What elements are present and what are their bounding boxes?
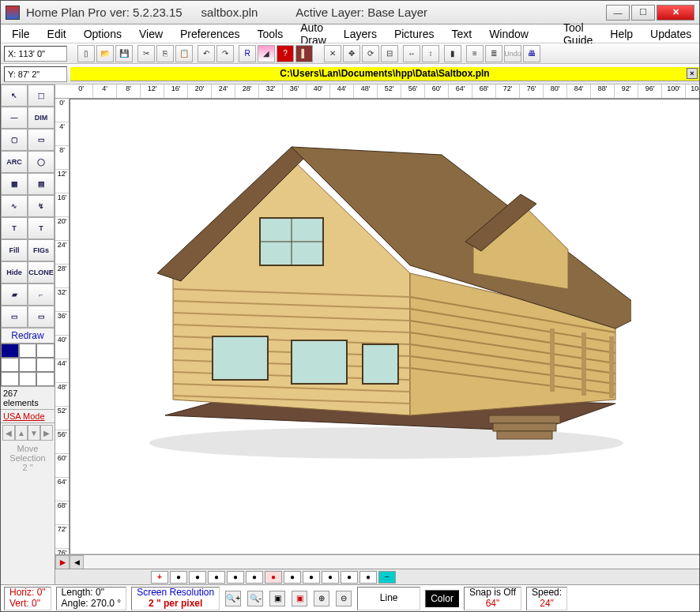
page-dot[interactable]: ● (189, 571, 206, 584)
door-icon[interactable]: ▌ (295, 45, 313, 62)
page-dot-active[interactable]: ● (265, 571, 282, 584)
page-dot[interactable]: ● (208, 571, 225, 584)
fliph-icon[interactable]: ↔ (403, 45, 420, 62)
tool-text[interactable]: T (1, 217, 28, 239)
tool-curve[interactable]: ∿ (1, 195, 28, 217)
alignc-icon[interactable]: ≣ (485, 45, 502, 62)
zoom-fit-icon[interactable]: ▣ (269, 591, 285, 606)
page-dot[interactable]: ● (246, 571, 263, 584)
pathbar-close-icon[interactable]: × (687, 68, 698, 79)
tool-rect2[interactable]: ▭ (1, 306, 28, 328)
tool-fill2[interactable]: ▰ (1, 283, 28, 306)
alignl-icon[interactable]: ≡ (466, 45, 484, 62)
paste-icon[interactable]: 📋 (175, 45, 193, 62)
color-swatch[interactable] (36, 344, 55, 358)
trim-icon[interactable]: ⊟ (381, 45, 398, 62)
layerb-icon[interactable]: ▮ (444, 45, 461, 62)
print-icon[interactable]: 🖶 (523, 45, 540, 62)
zoom-reg2-icon[interactable]: ⊖ (336, 591, 352, 606)
tool-circle[interactable]: ◯ (28, 151, 55, 173)
color-swatch[interactable] (1, 358, 19, 372)
tool-select[interactable]: ↖ (1, 84, 28, 107)
save-icon[interactable]: 💾 (115, 45, 133, 62)
page-dot[interactable]: ● (170, 571, 187, 584)
zoom-in-icon[interactable]: 🔍+ (225, 591, 241, 606)
menu-help[interactable]: Help (602, 25, 641, 43)
tool-hide[interactable]: Hide (1, 261, 28, 283)
close-button[interactable]: ✕ (657, 5, 694, 21)
page-dot[interactable]: ● (359, 571, 377, 584)
undo-icon[interactable]: ↶ (198, 45, 215, 62)
color-swatch[interactable] (19, 344, 37, 358)
color-swatch[interactable] (19, 358, 37, 372)
page-dot[interactable]: ● (227, 571, 244, 584)
tool-rect[interactable]: ▭ (28, 129, 55, 151)
tool-line[interactable]: — (1, 107, 28, 129)
tool-fill[interactable]: Fill (1, 239, 28, 261)
scroll-origin-icon[interactable]: ▶ (55, 555, 70, 569)
menu-window[interactable]: Window (481, 25, 536, 43)
tool-marquee[interactable]: ⬚ (28, 84, 55, 107)
scroll-left-icon[interactable]: ◀ (70, 555, 84, 569)
status-snap[interactable]: Snap is Off64" (464, 587, 521, 610)
color-swatch[interactable] (19, 372, 37, 386)
color-swatch[interactable] (1, 372, 19, 386)
menu-edit[interactable]: Edit (40, 25, 74, 43)
move-icon[interactable]: ✥ (343, 45, 360, 62)
zoom-out-icon[interactable]: 🔍- (247, 591, 263, 606)
page-plus-icon[interactable]: + (151, 571, 168, 584)
menu-preferences[interactable]: Preferences (172, 25, 247, 43)
tool-grid2[interactable]: ▤ (28, 173, 55, 195)
tool-grid1[interactable]: ▦ (1, 173, 28, 195)
open-icon[interactable]: 📂 (96, 45, 114, 62)
new-icon[interactable]: ▯ (77, 45, 95, 62)
nudge-up-icon[interactable]: ▲ (15, 425, 28, 441)
tool-arc[interactable]: ARC (1, 151, 28, 173)
page-minus-icon[interactable]: − (378, 571, 396, 584)
color-swatch[interactable] (36, 372, 55, 386)
nudge-down-icon[interactable]: ▼ (28, 425, 40, 441)
tool-box[interactable]: ▢ (1, 129, 28, 151)
tool-textfast[interactable]: T (28, 217, 55, 239)
redo-icon[interactable]: ↷ (216, 45, 234, 62)
redraw-r-icon[interactable]: R (239, 45, 256, 62)
zoom-reg-icon[interactable]: ⊕ (314, 591, 329, 606)
rotate-icon[interactable]: ⟳ (362, 45, 379, 62)
menu-view[interactable]: View (131, 25, 171, 43)
color-swatch[interactable] (1, 344, 19, 358)
page-dot[interactable]: ● (284, 571, 301, 584)
color-swatch[interactable] (36, 358, 55, 372)
flipv-icon[interactable]: ↕ (422, 45, 439, 62)
cut-icon[interactable]: ✂ (137, 45, 155, 62)
menu-pictures[interactable]: Pictures (386, 25, 442, 43)
copy-icon[interactable]: ⎘ (156, 45, 174, 62)
page-dot[interactable]: ● (322, 571, 339, 584)
tool-rect3[interactable]: ▭ (28, 306, 55, 328)
nudge-left-icon[interactable]: ◀ (2, 425, 15, 441)
undo-text[interactable]: Undo (504, 45, 521, 62)
menu-text[interactable]: Text (443, 25, 480, 43)
delete-icon[interactable]: ✕ (324, 45, 341, 62)
status-speed[interactable]: Speed:24" (526, 587, 567, 610)
nudge-right-icon[interactable]: ▶ (40, 425, 53, 441)
minimize-button[interactable]: — (606, 5, 630, 21)
menu-file[interactable]: File (4, 25, 38, 43)
tool-figs[interactable]: FIGs (28, 239, 55, 261)
page-dot[interactable]: ● (341, 571, 358, 584)
eraser-icon[interactable]: ◢ (258, 45, 275, 62)
menu-tools[interactable]: Tools (250, 25, 292, 43)
tool-clone[interactable]: CLONE (28, 261, 55, 283)
menu-options[interactable]: Options (76, 25, 130, 43)
page-dot[interactable]: ● (303, 571, 320, 584)
info-icon[interactable]: ? (277, 45, 294, 62)
zoom-sel-icon[interactable]: ▣ (292, 591, 307, 606)
maximize-button[interactable]: ☐ (631, 5, 655, 21)
menu-layers[interactable]: Layers (336, 25, 385, 43)
horizontal-scrollbar[interactable]: ▶ ◀ ▶ (55, 554, 699, 569)
tool-zigzag[interactable]: ↯ (28, 195, 55, 217)
drawing-canvas[interactable] (70, 99, 699, 554)
tool-angle[interactable]: ⌐ (28, 283, 55, 306)
usa-mode[interactable]: USA Mode (1, 409, 55, 422)
menu-updates[interactable]: Updates (642, 25, 699, 43)
tool-dim[interactable]: DIM (28, 107, 55, 129)
